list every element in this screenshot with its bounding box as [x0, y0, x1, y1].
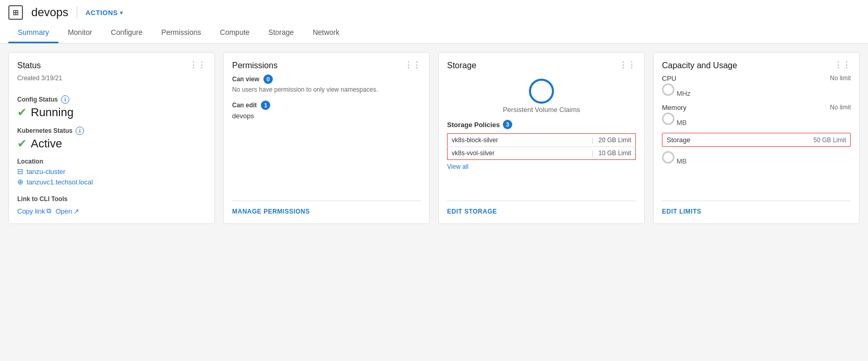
pvc-label: Persistent Volume Claims	[447, 106, 636, 114]
config-status-label: Config Status i	[17, 95, 206, 104]
kubernetes-status-value: ✔ Active	[17, 137, 206, 151]
storage-zero-icon	[662, 151, 674, 164]
storage-limit-box: Storage 50 GB Limit	[662, 133, 851, 147]
cluster-icon: ⊟	[17, 167, 23, 176]
open-link-button[interactable]: Open ↗	[55, 207, 79, 215]
storage-card: Storage ⋮⋮ Persistent Volume Claims Stor…	[438, 52, 645, 224]
kubernetes-status-info-icon[interactable]: i	[76, 127, 84, 135]
capacity-card-title: Capacity and Usage	[662, 61, 737, 70]
permissions-footer: MANAGE PERMISSIONS	[232, 201, 421, 215]
capacity-card: Capacity and Usage ⋮⋮ CPU No limit MHz M…	[653, 52, 860, 224]
storage-capacity-label: Storage	[667, 136, 691, 144]
capacity-drag-handle[interactable]: ⋮⋮	[834, 61, 851, 69]
cpu-row: CPU No limit	[662, 74, 851, 82]
copy-link-button[interactable]: Copy link ⧉	[17, 207, 51, 215]
devops-icon: ⊞	[8, 5, 23, 20]
memory-row: Memory No limit	[662, 104, 851, 111]
can-view-label: Can view	[232, 76, 259, 83]
copy-icon: ⧉	[46, 207, 51, 215]
memory-unit: MB	[677, 119, 687, 127]
tab-network[interactable]: Network	[303, 23, 348, 43]
policy-name-2: vk8s-vvol-silver	[448, 147, 548, 160]
capacity-footer: EDIT LIMITS	[662, 201, 851, 215]
tab-compute[interactable]: Compute	[211, 23, 259, 43]
table-row: vk8s-vvol-silver | 10 GB Limit	[448, 147, 636, 160]
cli-tools-label: Link to CLI Tools	[17, 195, 206, 203]
permissions-drag-handle[interactable]: ⋮⋮	[404, 61, 421, 69]
status-card: Status ⋮⋮ Created 3/19/21 Config Status …	[8, 52, 215, 224]
cpu-unit: MHz	[677, 90, 691, 97]
can-edit-user: devops	[232, 112, 421, 120]
policy-limit-2: | 10 GB Limit	[548, 147, 635, 160]
table-row: vk8s-block-silver | 20 GB Limit	[448, 134, 636, 147]
actions-button[interactable]: ACTIONS ▾	[86, 9, 123, 17]
storage-policies-label: Storage Policies 3	[447, 120, 636, 129]
edit-limits-button[interactable]: EDIT LIMITS	[662, 208, 702, 215]
status-drag-handle[interactable]: ⋮⋮	[189, 61, 206, 69]
can-edit-badge: 1	[261, 101, 270, 110]
status-card-title: Status	[17, 61, 41, 70]
can-edit-row: Can edit 1	[232, 101, 421, 110]
tab-summary[interactable]: Summary	[8, 23, 58, 43]
actions-label: ACTIONS	[86, 9, 118, 17]
permissions-card: Permissions ⋮⋮ Can view 0 No users have …	[223, 52, 430, 224]
memory-zero-icon	[662, 113, 674, 125]
cpu-value-row: MHz	[662, 83, 851, 97]
cluster-link[interactable]: ⊟ tanzu-cluster	[17, 167, 206, 176]
can-view-row: Can view 0	[232, 74, 421, 84]
can-edit-label: Can edit	[232, 102, 257, 109]
storage-card-title: Storage	[447, 61, 476, 70]
external-link-icon: ↗	[74, 207, 79, 215]
main-content: Status ⋮⋮ Created 3/19/21 Config Status …	[0, 44, 868, 232]
cpu-zero-icon	[662, 83, 674, 96]
policy-name-1: vk8s-block-silver	[448, 134, 548, 147]
storage-drag-handle[interactable]: ⋮⋮	[619, 61, 636, 69]
can-view-badge: 0	[263, 74, 273, 84]
policies-badge: 3	[503, 120, 512, 129]
edit-storage-button[interactable]: EDIT STORAGE	[447, 208, 497, 215]
tabs-row: Summary Monitor Configure Permissions Co…	[8, 23, 860, 43]
vcenter-link[interactable]: ⊕ tanzuvc1.techsol.local	[17, 178, 206, 186]
vcenter-icon: ⊕	[17, 178, 23, 186]
tab-permissions[interactable]: Permissions	[152, 23, 210, 43]
title-divider	[77, 6, 77, 19]
view-all-link[interactable]: View all	[447, 163, 636, 170]
storage-value-row: MB	[662, 151, 851, 165]
chevron-down-icon: ▾	[120, 10, 123, 16]
memory-value-row: MB	[662, 113, 851, 127]
cpu-label: CPU	[662, 74, 676, 82]
cli-tools-links: Copy link ⧉ Open ↗	[17, 207, 206, 215]
pvc-circle-chart	[529, 79, 554, 104]
storage-unit: MB	[677, 157, 687, 165]
storage-policies-table: vk8s-block-silver | 20 GB Limit vk8s-vvo…	[447, 133, 636, 160]
memory-limit: No limit	[830, 104, 851, 111]
tab-configure[interactable]: Configure	[102, 23, 152, 43]
active-check-icon: ✔	[17, 137, 27, 151]
can-view-description: No users have permission to only view na…	[232, 86, 421, 93]
page-title: devops	[31, 6, 68, 19]
manage-permissions-button[interactable]: MANAGE PERMISSIONS	[232, 208, 310, 215]
cpu-limit: No limit	[830, 74, 851, 82]
policy-limit-1: | 20 GB Limit	[548, 134, 635, 147]
storage-footer: EDIT STORAGE	[447, 201, 636, 215]
memory-label: Memory	[662, 104, 686, 111]
running-check-icon: ✔	[17, 106, 27, 119]
storage-capacity-limit: 50 GB Limit	[813, 136, 846, 144]
kubernetes-status-label: Kubernetes Status i	[17, 127, 206, 135]
config-status-info-icon[interactable]: i	[61, 95, 69, 104]
tab-monitor[interactable]: Monitor	[58, 23, 102, 43]
tab-storage[interactable]: Storage	[259, 23, 303, 43]
created-date: Created 3/19/21	[17, 74, 206, 82]
config-status-value: ✔ Running	[17, 106, 206, 119]
permissions-card-title: Permissions	[232, 61, 278, 70]
location-label: Location	[17, 158, 206, 165]
